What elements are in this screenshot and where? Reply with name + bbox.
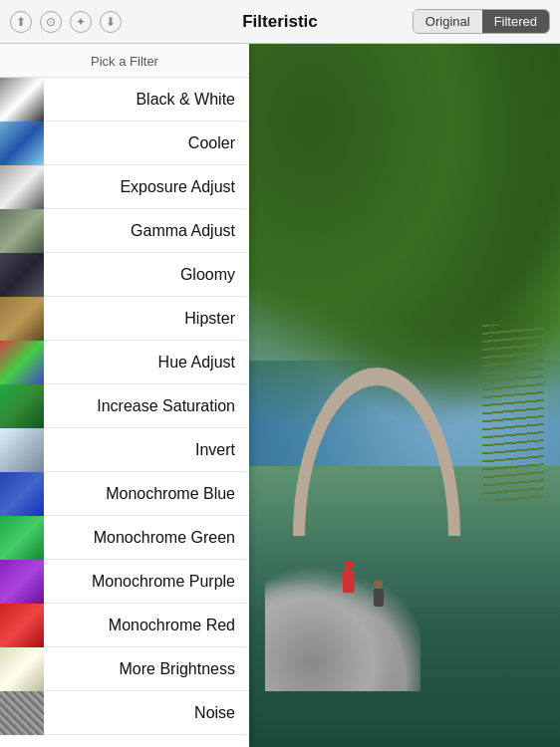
filter-thumbnail-gamma-adjust xyxy=(0,209,44,253)
filter-label-hipster: Hipster xyxy=(44,310,249,328)
filter-label-cooler: Cooler xyxy=(44,134,249,152)
filter-item-exposure-adjust[interactable]: Exposure Adjust xyxy=(0,165,249,209)
filter-label-exposure-adjust: Exposure Adjust xyxy=(44,178,249,196)
app-title: Filteristic xyxy=(242,12,318,32)
filter-thumbnail-increase-saturation xyxy=(0,384,44,428)
person-1-head xyxy=(344,561,354,571)
filter-panel-header: Pick a Filter xyxy=(0,44,249,78)
filter-thumbnail-hipster xyxy=(0,297,44,341)
filter-item-monochrome-green[interactable]: Monochrome Green xyxy=(0,516,249,560)
filter-item-increase-saturation[interactable]: Increase Saturation xyxy=(0,384,249,428)
filter-item-monochrome-purple[interactable]: Monochrome Purple xyxy=(0,560,249,604)
filter-thumbnail-hue-adjust xyxy=(0,341,44,384)
reeds xyxy=(482,325,544,501)
toolbar-icons: ⬆ ⊙ ✦ ⬇ xyxy=(10,11,122,33)
filter-thumbnail-invert xyxy=(0,428,44,472)
filter-label-hue-adjust: Hue Adjust xyxy=(44,354,249,372)
filter-label-monochrome-green: Monochrome Green xyxy=(44,529,249,547)
person-2 xyxy=(374,581,384,607)
filter-label-gloomy: Gloomy xyxy=(44,266,249,284)
filter-item-black-white[interactable]: Black & White xyxy=(0,78,249,122)
filter-thumbnail-monochrome-blue xyxy=(0,472,44,516)
star-icon[interactable]: ✦ xyxy=(70,11,92,33)
filter-item-hue-adjust[interactable]: Hue Adjust xyxy=(0,341,249,384)
filter-label-gamma-adjust: Gamma Adjust xyxy=(44,222,249,240)
bridge-arch xyxy=(293,368,460,536)
filter-thumbnail-cooler xyxy=(0,122,44,165)
camera-icon[interactable]: ⊙ xyxy=(40,11,62,33)
filter-label-more-brightness: More Brightness xyxy=(44,660,249,678)
filter-thumbnail-gloomy xyxy=(0,253,44,297)
filter-item-gamma-adjust[interactable]: Gamma Adjust xyxy=(0,209,249,253)
filter-thumbnail-monochrome-red xyxy=(0,604,44,647)
filter-label-invert: Invert xyxy=(44,441,249,459)
filter-thumbnail-more-brightness xyxy=(0,647,44,691)
view-toggle: Original Filtered xyxy=(413,9,550,34)
filter-item-gloomy[interactable]: Gloomy xyxy=(0,253,249,297)
filter-thumbnail-exposure-adjust xyxy=(0,165,44,209)
filter-label-monochrome-red: Monochrome Red xyxy=(44,617,249,634)
main-content: Pick a Filter Black & WhiteCoolerExposur… xyxy=(0,44,560,747)
share-icon[interactable]: ⬆ xyxy=(10,11,32,33)
person-2-head xyxy=(374,580,383,589)
filter-thumbnail-noise xyxy=(0,691,44,735)
person-2-body xyxy=(374,589,384,607)
person-1 xyxy=(343,563,355,593)
filter-label-monochrome-purple: Monochrome Purple xyxy=(44,573,249,591)
filtered-toggle-button[interactable]: Filtered xyxy=(482,10,549,33)
filter-item-more-brightness[interactable]: More Brightness xyxy=(0,647,249,691)
filter-label-increase-saturation: Increase Saturation xyxy=(44,397,249,415)
filter-panel: Pick a Filter Black & WhiteCoolerExposur… xyxy=(0,44,249,747)
filter-thumbnail-monochrome-purple xyxy=(0,560,44,604)
filter-item-invert[interactable]: Invert xyxy=(0,428,249,472)
filter-thumbnail-monochrome-green xyxy=(0,516,44,560)
filter-label-noise: Noise xyxy=(44,704,249,722)
filter-item-hipster[interactable]: Hipster xyxy=(0,297,249,341)
filter-item-monochrome-blue[interactable]: Monochrome Blue xyxy=(0,472,249,516)
filter-item-monochrome-red[interactable]: Monochrome Red xyxy=(0,604,249,647)
download-icon[interactable]: ⬇ xyxy=(100,11,122,33)
photo-area xyxy=(249,44,560,747)
filter-label-black-white: Black & White xyxy=(44,91,249,109)
title-bar: ⬆ ⊙ ✦ ⬇ Filteristic Original Filtered xyxy=(0,0,560,44)
person-1-body xyxy=(343,571,355,593)
filter-thumbnail-black-white xyxy=(0,78,44,122)
filter-label-monochrome-blue: Monochrome Blue xyxy=(44,485,249,503)
original-toggle-button[interactable]: Original xyxy=(414,10,482,33)
filter-item-noise[interactable]: Noise xyxy=(0,691,249,735)
filter-item-cooler[interactable]: Cooler xyxy=(0,122,249,165)
photo-background xyxy=(249,44,560,747)
